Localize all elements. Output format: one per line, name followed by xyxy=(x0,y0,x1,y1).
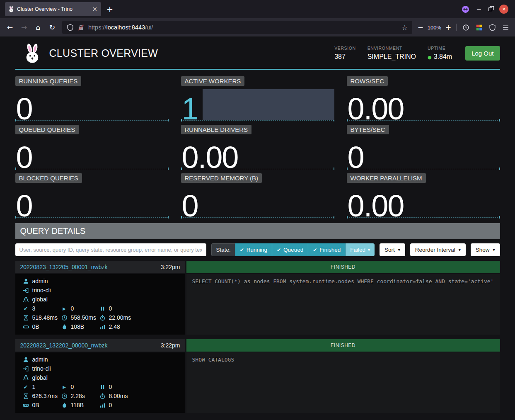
stat-active-workers: ACTIVE WORKERS 1 xyxy=(181,76,334,121)
home-button[interactable]: ⌂ xyxy=(31,21,45,34)
restore-button[interactable] xyxy=(488,5,492,13)
tab-close-icon[interactable]: × xyxy=(92,5,97,13)
environment-block: ENVIRONMENT SIMPLE_TRINO xyxy=(368,46,416,61)
navigation-toolbar: ← → ⌂ ↻ https://localhost:8443/ui/ ☆ − 1… xyxy=(0,18,515,36)
page-header: CLUSTER OVERVIEW VERSION 387 ENVIRONMENT… xyxy=(15,36,500,70)
query-sql-text: SHOW CATALOGS xyxy=(186,352,500,413)
filter-running-button[interactable]: ✔Running xyxy=(235,243,272,256)
query-card: 20220823_132202_00000_nwbzk 3:22pm FINIS… xyxy=(15,339,500,413)
memory-icon xyxy=(23,324,29,330)
stat-label: BLOCKED QUERIES xyxy=(15,173,82,183)
reorder-interval-label: Reorder Interval xyxy=(415,247,455,253)
tab-bar: Cluster Overview - Trino × + − × xyxy=(0,0,515,18)
completed-splits: 3 xyxy=(32,305,36,313)
query-id-link[interactable]: 20220823_132202_00000_nwbzk xyxy=(20,342,108,349)
reload-button[interactable]: ↻ xyxy=(46,21,59,34)
filter-failed-dropdown[interactable]: Failed▾ xyxy=(345,243,375,256)
version-label: VERSION xyxy=(334,46,355,51)
caret-down-icon: ▾ xyxy=(459,248,461,252)
state-filter-group: State: ✔Running ✔Queued ✔Finished Failed… xyxy=(211,243,375,256)
stat-value: 0.00 xyxy=(182,146,238,170)
zoom-level[interactable]: 100% xyxy=(428,24,441,31)
query-search-input[interactable] xyxy=(15,243,207,256)
logout-button[interactable]: Log Out xyxy=(465,46,500,61)
stopwatch-icon xyxy=(99,393,106,399)
sparkline-fill xyxy=(203,89,334,120)
source-icon xyxy=(23,287,29,294)
elapsed-time: 626.37ms xyxy=(32,392,58,400)
url-text: https://localhost:8443/ui/ xyxy=(88,24,153,31)
query-card-header: 20220823_132205_00001_nwbzk 3:22pm FINIS… xyxy=(15,261,500,273)
caret-down-icon: ▾ xyxy=(398,248,400,252)
trino-logo xyxy=(24,43,40,63)
new-tab-button[interactable]: + xyxy=(104,3,116,15)
tracking-shield-icon[interactable] xyxy=(67,24,74,31)
query-time: 3:22pm xyxy=(161,264,180,270)
memory-icon xyxy=(23,402,29,408)
filter-finished-button[interactable]: ✔Finished xyxy=(308,243,345,256)
query-id-bar: 20220823_132202_00000_nwbzk 3:22pm xyxy=(15,339,185,352)
browser-tab[interactable]: Cluster Overview - Trino × xyxy=(5,2,101,16)
check-icon: ✔ xyxy=(240,247,244,253)
uptime-value: ●3.84m xyxy=(428,53,452,61)
query-status-badge: FINISHED xyxy=(186,339,500,352)
uptime-label: UPTIME xyxy=(428,46,452,51)
filter-running-label: Running xyxy=(247,247,267,253)
zoom-out-button[interactable]: − xyxy=(416,21,426,34)
stat-sparkline: 0.00 xyxy=(181,136,334,169)
query-stats-panel: admin trino-cli global ✔1 ▶0 0 626.37ms … xyxy=(15,352,185,413)
bookmark-star-icon[interactable]: ☆ xyxy=(401,24,407,32)
sort-dropdown[interactable]: Sort▾ xyxy=(380,243,405,256)
clock-icon xyxy=(61,393,68,399)
state-filter-label: State: xyxy=(211,243,235,256)
toolbar-separator xyxy=(456,24,457,31)
extension-button[interactable] xyxy=(473,21,485,34)
stat-runnable-drivers: RUNNABLE DRIVERS 0.00 xyxy=(181,125,334,169)
menu-button[interactable] xyxy=(499,21,512,34)
uptime-text: 3.84m xyxy=(434,53,452,60)
insecure-lock-icon[interactable] xyxy=(77,24,85,31)
sort-label: Sort xyxy=(384,247,395,253)
running-splits-icon: ▶ xyxy=(61,305,68,313)
trino-ui-page: CLUSTER OVERVIEW VERSION 387 ENVIRONMENT… xyxy=(0,36,515,420)
minimize-button[interactable]: − xyxy=(476,5,481,13)
execution-time: 558.50ms xyxy=(71,314,96,322)
url-path: /ui/ xyxy=(145,24,153,31)
query-status-badge: FINISHED xyxy=(186,261,500,273)
resource-group-icon xyxy=(23,296,29,303)
filter-queued-label: Queued xyxy=(283,247,303,253)
container-mask-icon[interactable] xyxy=(462,6,469,13)
stat-value: 0 xyxy=(16,194,32,218)
queued-splits-icon xyxy=(99,384,106,390)
window-close-button[interactable]: × xyxy=(499,5,508,14)
hourglass-icon xyxy=(23,315,29,321)
back-button[interactable]: ← xyxy=(3,21,17,34)
query-resource-group: global xyxy=(32,374,48,382)
queued-splits: 0 xyxy=(109,383,112,391)
parallelism-icon xyxy=(99,402,106,408)
completed-splits-icon: ✔ xyxy=(23,383,29,391)
query-resource-group: global xyxy=(32,296,48,303)
version-value: 387 xyxy=(334,53,355,61)
query-id-link[interactable]: 20220823_132205_00001_nwbzk xyxy=(20,264,108,270)
query-details-header: QUERY DETAILS xyxy=(15,223,500,239)
protection-shield-button[interactable] xyxy=(486,21,498,34)
stat-sparkline: 0 xyxy=(181,185,334,218)
reorder-interval-dropdown[interactable]: Reorder Interval▾ xyxy=(410,243,466,256)
query-source: trino-cli xyxy=(32,286,51,294)
query-filter-toolbar: State: ✔Running ✔Queued ✔Finished Failed… xyxy=(15,243,500,256)
stat-worker-parallelism: WORKER PARALLELISM 0.00 xyxy=(347,173,500,218)
history-button[interactable] xyxy=(459,21,472,34)
url-bar[interactable]: https://localhost:8443/ui/ ☆ xyxy=(62,21,412,34)
forward-button[interactable]: → xyxy=(17,21,31,34)
filter-queued-button[interactable]: ✔Queued xyxy=(272,243,308,256)
cumulative-rate: 0 xyxy=(109,401,112,409)
query-time: 3:22pm xyxy=(161,342,180,349)
zoom-in-button[interactable]: + xyxy=(443,21,453,34)
stat-sparkline: 0 xyxy=(15,87,169,121)
show-dropdown[interactable]: Show▾ xyxy=(471,243,500,256)
cluster-meta: VERSION 387 ENVIRONMENT SIMPLE_TRINO UPT… xyxy=(334,46,452,61)
query-id-bar: 20220823_132205_00001_nwbzk 3:22pm xyxy=(15,261,185,273)
caret-down-icon: ▾ xyxy=(368,248,370,252)
environment-label: ENVIRONMENT xyxy=(368,46,416,51)
